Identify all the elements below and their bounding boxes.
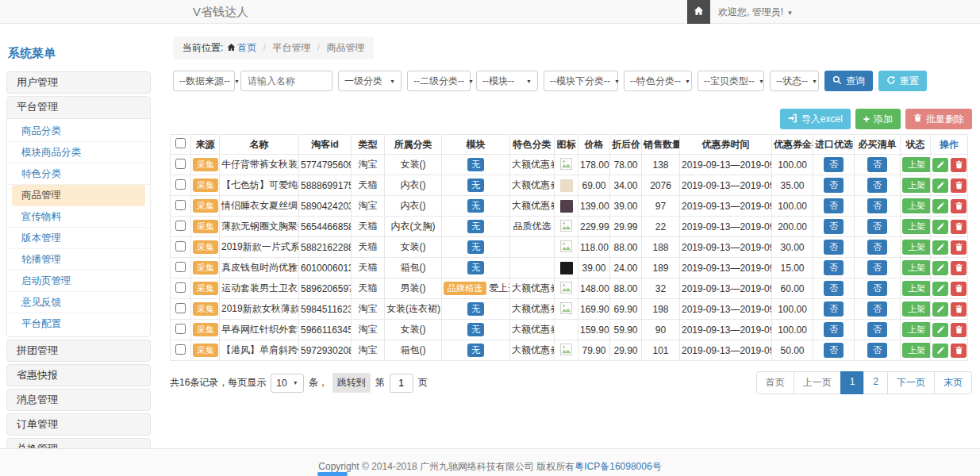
sidebar-item[interactable]: 商品管理 [12, 185, 145, 206]
delete-button[interactable] [951, 220, 967, 234]
filter-select-2[interactable]: 一级分类▼ [338, 71, 402, 91]
edit-button[interactable] [932, 220, 948, 234]
sidebar-group-6[interactable]: 兑换管理 [6, 438, 151, 448]
sidebar-group-1[interactable]: 平台管理 [7, 97, 150, 119]
page-button-下一页[interactable]: 下一页 [887, 371, 935, 394]
breadcrumb-home-link[interactable]: 首页 [237, 42, 256, 53]
page-button-首页[interactable]: 首页 [756, 371, 794, 394]
import-select-badge[interactable]: 否 [824, 157, 844, 172]
sidebar-item[interactable]: 平台配置 [7, 313, 150, 335]
edit-button[interactable] [932, 323, 948, 337]
jump-button[interactable]: 跳转到 [332, 373, 371, 393]
query-button[interactable]: 查询 [824, 71, 873, 91]
page-button-2[interactable]: 2 [863, 371, 888, 394]
must-buy-badge[interactable]: 否 [867, 240, 887, 255]
row-checkbox[interactable] [175, 179, 186, 190]
status-badge[interactable]: 上架 [902, 260, 931, 275]
name-filter-input[interactable] [240, 71, 332, 91]
edit-button[interactable] [932, 261, 948, 275]
sidebar-item[interactable]: 版本管理 [7, 228, 150, 249]
filter-select-4[interactable]: --模块--▼ [476, 71, 538, 91]
batch-delete-button[interactable]: 批量删除 [905, 109, 972, 129]
status-badge[interactable]: 上架 [902, 178, 931, 193]
jump-page-input[interactable] [390, 374, 413, 393]
import-select-badge[interactable]: 否 [824, 178, 844, 193]
row-checkbox[interactable] [175, 200, 186, 210]
edit-button[interactable] [932, 344, 948, 358]
must-buy-badge[interactable]: 否 [867, 322, 887, 337]
edit-button[interactable] [932, 178, 948, 193]
filter-select-8[interactable]: --状态--▼ [770, 71, 819, 91]
delete-button[interactable] [951, 261, 967, 275]
filter-select-0[interactable]: --数据来源--▼ [173, 71, 235, 91]
edit-button[interactable] [932, 240, 948, 255]
row-checkbox[interactable] [175, 221, 186, 231]
sidebar-group-4[interactable]: 消息管理 [6, 389, 151, 411]
edit-button[interactable] [932, 199, 948, 213]
row-checkbox[interactable] [175, 241, 186, 251]
icp-link[interactable]: 粤ICP备16098006号 [575, 461, 661, 472]
row-checkbox[interactable] [175, 303, 186, 313]
must-buy-badge[interactable]: 否 [867, 178, 887, 193]
delete-button[interactable] [951, 158, 967, 172]
status-badge[interactable]: 上架 [902, 198, 931, 213]
delete-button[interactable] [951, 240, 967, 255]
status-badge[interactable]: 上架 [902, 343, 931, 358]
row-checkbox[interactable] [175, 262, 186, 272]
import-select-badge[interactable]: 否 [824, 240, 844, 255]
must-buy-badge[interactable]: 否 [867, 281, 887, 296]
page-button-上一页[interactable]: 上一页 [794, 371, 841, 394]
sidebar-group-2[interactable]: 拼团管理 [6, 340, 151, 362]
select-all-checkbox[interactable] [175, 138, 186, 148]
must-buy-badge[interactable]: 否 [867, 219, 887, 234]
sidebar-item[interactable]: 轮播管理 [7, 249, 150, 271]
edit-button[interactable] [932, 282, 948, 296]
status-badge[interactable]: 上架 [902, 157, 931, 172]
import-select-badge[interactable]: 否 [824, 198, 844, 213]
import-select-badge[interactable]: 否 [824, 343, 844, 358]
sidebar-item[interactable]: 启动页管理 [7, 271, 150, 292]
delete-button[interactable] [951, 282, 967, 296]
import-select-badge[interactable]: 否 [824, 301, 844, 317]
delete-button[interactable] [951, 199, 967, 213]
user-menu[interactable]: 欢迎您, 管理员! ▾ [718, 0, 792, 25]
delete-button[interactable] [951, 323, 967, 337]
status-badge[interactable]: 上架 [902, 281, 931, 296]
home-button[interactable] [687, 0, 710, 24]
sidebar-item[interactable]: 商品分类 [7, 121, 150, 142]
sidebar-group-0[interactable]: 用户管理 [6, 71, 151, 94]
must-buy-badge[interactable]: 否 [867, 198, 887, 213]
edit-button[interactable] [932, 302, 948, 317]
import-select-badge[interactable]: 否 [824, 260, 844, 275]
page-size-select[interactable]: 10 ▼ [271, 374, 303, 393]
status-badge[interactable]: 上架 [902, 240, 931, 255]
filter-select-7[interactable]: --宝贝类型--▼ [698, 71, 764, 91]
filter-select-6[interactable]: --特色分类--▼ [624, 71, 692, 91]
sidebar-item[interactable]: 模块商品分类 [7, 142, 150, 163]
import-select-badge[interactable]: 否 [824, 322, 844, 337]
reset-button[interactable]: 重置 [878, 71, 927, 91]
row-checkbox[interactable] [175, 344, 186, 355]
edit-button[interactable] [932, 158, 948, 172]
row-checkbox[interactable] [175, 324, 186, 334]
filter-select-3[interactable]: --二级分类--▼ [407, 71, 471, 91]
status-badge[interactable]: 上架 [902, 301, 931, 317]
import-select-badge[interactable]: 否 [824, 281, 844, 296]
import-select-badge[interactable]: 否 [824, 219, 844, 234]
must-buy-badge[interactable]: 否 [867, 260, 887, 275]
page-button-末页[interactable]: 末页 [934, 371, 972, 394]
page-button-1[interactable]: 1 [840, 371, 865, 394]
sidebar-group-5[interactable]: 订单管理 [6, 413, 151, 436]
status-badge[interactable]: 上架 [902, 322, 931, 337]
status-badge[interactable]: 上架 [902, 219, 931, 234]
must-buy-badge[interactable]: 否 [867, 157, 887, 172]
must-buy-badge[interactable]: 否 [867, 343, 887, 358]
must-buy-badge[interactable]: 否 [867, 301, 887, 317]
sidebar-item[interactable]: 特色分类 [7, 163, 150, 185]
row-checkbox[interactable] [175, 282, 186, 293]
sidebar-item[interactable]: 宣传物料 [7, 206, 150, 228]
delete-button[interactable] [951, 178, 967, 193]
sidebar-group-3[interactable]: 省惠快报 [6, 364, 151, 386]
add-button[interactable]: + 添加 [855, 109, 901, 129]
filter-select-5[interactable]: --模块下分类--▼ [544, 71, 618, 91]
